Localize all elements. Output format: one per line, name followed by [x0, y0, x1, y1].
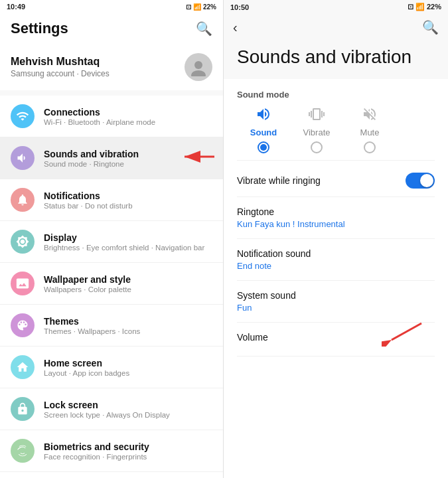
themes-title: Themes [44, 316, 140, 327]
profile-sub: Samsung account · Devices [11, 69, 110, 78]
biometrics-text: Biometrics and security Face recognition… [44, 441, 149, 461]
svg-point-1 [191, 70, 206, 76]
radio-circle-sound [258, 141, 269, 153]
sound-text: Sounds and vibration Sound mode · Ringto… [44, 149, 139, 168]
settings-item-notifications[interactable]: Notifications Status bar · Do not distur… [0, 179, 223, 221]
homescreen-title: Home screen [44, 358, 129, 368]
notifications-text: Notifications Status bar · Do not distur… [44, 191, 133, 210]
settings-item-sound[interactable]: Sounds and vibration Sound mode · Ringto… [0, 137, 223, 179]
connections-text: Connections Wi-Fi · Bluetooth · Airplane… [44, 107, 155, 126]
profile-section[interactable]: Mehvish Mushtaq Samsung account · Device… [0, 44, 223, 90]
sound-option-mute-label: Mute [360, 127, 380, 137]
right-status-bar: 10:50 ⊡ 📶 22% [224, 0, 448, 14]
vibrate-icon [309, 106, 325, 126]
sound-mode-options: Sound Vibrate Mute [237, 106, 435, 137]
system-sound-value: Fun [237, 303, 435, 313]
sound-on-icon [256, 106, 271, 126]
sound-mode-label: Sound mode [237, 79, 435, 106]
settings-item-lockscreen[interactable]: Lock screen Screen lock type · Always On… [0, 388, 223, 430]
left-status-time: 10:49 [7, 3, 25, 11]
volume-arrow-annotation [382, 320, 428, 349]
settings-item-connections[interactable]: Connections Wi-Fi · Bluetooth · Airplane… [0, 96, 223, 137]
profile-name: Mehvish Mushtaq [11, 56, 110, 68]
connections-icon [11, 104, 35, 128]
sound-radio-row [237, 141, 435, 153]
system-sound-title: System sound [237, 290, 435, 301]
wallpaper-icon [11, 272, 35, 295]
ringtone-row[interactable]: Ringtone Kun Faya kun ! Instrumental [237, 197, 435, 239]
volume-row[interactable]: Volume [237, 323, 435, 357]
settings-item-wallpaper[interactable]: Wallpaper and style Wallpapers · Color p… [0, 263, 223, 305]
themes-icon [11, 313, 35, 337]
radio-dot-sound [260, 144, 267, 151]
sound-sub: Sound mode · Ringtone [44, 160, 139, 168]
page-title: Sounds and vibration [237, 46, 435, 68]
right-content: Sound mode Sound Vibrate [224, 79, 448, 478]
settings-item-themes[interactable]: Themes Themes · Wallpapers · Icons [0, 305, 223, 347]
settings-title: Settings [11, 20, 68, 37]
sound-option-sound-label: Sound [250, 127, 277, 137]
system-sound-row[interactable]: System sound Fun [237, 281, 435, 323]
homescreen-sub: Layout · App icon badges [44, 369, 129, 377]
right-panel: 10:50 ⊡ 📶 22% ‹ 🔍 Sounds and vibration S… [224, 0, 448, 478]
sound-option-vibrate[interactable]: Vibrate [290, 106, 343, 137]
wallpaper-title: Wallpaper and style [44, 274, 131, 285]
lockscreen-sub: Screen lock type · Always On Display [44, 411, 170, 419]
lockscreen-text: Lock screen Screen lock type · Always On… [44, 400, 170, 419]
display-title: Display [44, 232, 204, 243]
vibrate-while-ringing-label: Vibrate while ringing [237, 175, 321, 186]
connections-sub: Wi-Fi · Bluetooth · Airplane mode [44, 118, 155, 126]
notifications-title: Notifications [44, 191, 133, 201]
left-status-bar: 10:49 ⊡ 📶 22% [0, 0, 223, 13]
sound-icon [11, 146, 35, 170]
connections-title: Connections [44, 107, 155, 118]
lockscreen-icon [11, 397, 35, 421]
radio-circle-vibrate [311, 141, 323, 153]
lockscreen-title: Lock screen [44, 400, 170, 410]
display-icon [11, 230, 35, 254]
avatar [185, 53, 212, 81]
right-status-time: 10:50 [230, 3, 249, 11]
homescreen-icon [11, 355, 35, 379]
display-sub: Brightness · Eye comfort shield · Naviga… [44, 244, 204, 252]
radio-vibrate[interactable] [290, 141, 343, 153]
red-arrow-annotation [178, 147, 218, 169]
settings-list: Connections Wi-Fi · Bluetooth · Airplane… [0, 96, 223, 478]
themes-sub: Themes · Wallpapers · Icons [44, 327, 140, 335]
toggle-knob [420, 174, 433, 187]
notifications-icon [11, 188, 35, 212]
sound-option-mute[interactable]: Mute [343, 106, 396, 137]
biometrics-title: Biometrics and security [44, 441, 149, 452]
vibrate-toggle[interactable] [406, 173, 435, 189]
sound-option-vibrate-label: Vibrate [303, 127, 331, 137]
settings-item-biometrics[interactable]: Biometrics and security Face recognition… [0, 430, 223, 472]
radio-sound[interactable] [237, 141, 290, 153]
biometrics-icon [11, 439, 35, 463]
sound-option-sound[interactable]: Sound [237, 106, 290, 137]
settings-item-display[interactable]: Display Brightness · Eye comfort shield … [0, 221, 223, 263]
notification-sound-row[interactable]: Notification sound End note [237, 239, 435, 281]
right-search-icon[interactable]: 🔍 [422, 19, 439, 35]
right-header-bar: ‹ 🔍 [224, 14, 448, 40]
left-search-icon[interactable]: 🔍 [196, 21, 212, 37]
settings-item-homescreen[interactable]: Home screen Layout · App icon badges [0, 347, 223, 388]
wallpaper-sub: Wallpapers · Color palette [44, 285, 131, 293]
radio-mute[interactable] [343, 141, 396, 153]
ringtone-title: Ringtone [237, 206, 435, 217]
vibrate-while-ringing-row[interactable]: Vibrate while ringing [237, 165, 435, 197]
mute-icon [362, 106, 378, 126]
divider-1 [237, 160, 435, 161]
display-text: Display Brightness · Eye comfort shield … [44, 232, 204, 252]
wallpaper-text: Wallpaper and style Wallpapers · Color p… [44, 274, 131, 293]
themes-text: Themes Themes · Wallpapers · Icons [44, 316, 140, 335]
sound-title: Sounds and vibration [44, 149, 139, 159]
left-status-icons: ⊡ 📶 22% [186, 3, 216, 11]
svg-point-0 [194, 61, 202, 69]
right-status-icons: ⊡ 📶 22% [408, 3, 441, 11]
radio-circle-mute [364, 141, 376, 153]
back-button[interactable]: ‹ [233, 20, 238, 35]
biometrics-sub: Face recognition · Fingerprints [44, 453, 149, 461]
ringtone-value: Kun Faya kun ! Instrumental [237, 219, 435, 229]
page-title-section: Sounds and vibration [224, 40, 448, 79]
settings-header: Settings 🔍 [0, 13, 223, 44]
